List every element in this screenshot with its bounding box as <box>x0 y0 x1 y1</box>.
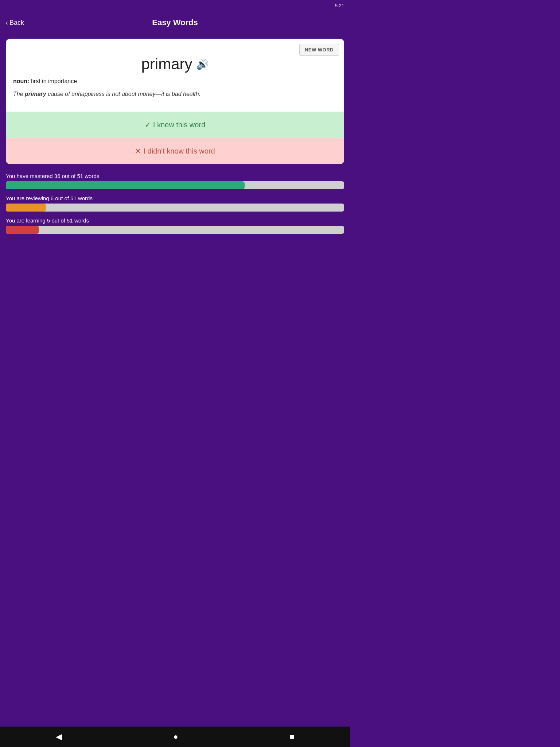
didnt-label: I didn't know this word <box>143 147 215 155</box>
back-button[interactable]: ‹ Back <box>6 19 24 27</box>
card-content: NEW WORD primary 🔊 noun: first in import… <box>6 39 344 112</box>
stats-section: You have mastered 36 out of 51 wordsYou … <box>0 169 350 240</box>
part-of-speech: noun: <box>13 78 29 84</box>
word-display: primary <box>141 55 192 73</box>
word-card: NEW WORD primary 🔊 noun: first in import… <box>6 39 344 164</box>
page-title: Easy Words <box>152 18 198 27</box>
example-text-after: cause of unhappiness is not about money—… <box>46 91 201 97</box>
stat-label-1: You are reviewing 6 out of 51 words <box>6 195 344 201</box>
speaker-icon[interactable]: 🔊 <box>196 58 209 70</box>
word-definition: noun: first in importance <box>13 78 337 85</box>
new-word-button[interactable]: NEW WORD <box>299 44 339 56</box>
status-time: 5:21 <box>335 3 344 8</box>
knew-button[interactable]: ✓ I knew this word <box>6 112 344 138</box>
status-bar: 5:21 <box>0 0 350 11</box>
stat-label-2: You are learning 5 out of 51 words <box>6 217 344 224</box>
word-example: The primary cause of unhappiness is not … <box>13 90 337 98</box>
knew-checkmark-icon: ✓ <box>145 120 151 129</box>
word-header: primary 🔊 <box>13 55 337 73</box>
back-label: Back <box>9 19 24 27</box>
example-text-before: The <box>13 91 25 97</box>
knew-label: I knew this word <box>153 121 205 129</box>
progress-bar-fill-0 <box>6 181 245 189</box>
progress-bar-fill-1 <box>6 204 46 212</box>
definition-text: first in importance <box>29 78 77 84</box>
progress-bar-bg-2 <box>6 226 344 234</box>
header: ‹ Back Easy Words <box>0 11 350 34</box>
stat-row-0: You have mastered 36 out of 51 words <box>6 173 344 189</box>
stat-row-1: You are reviewing 6 out of 51 words <box>6 195 344 212</box>
back-chevron-icon: ‹ <box>6 19 8 27</box>
example-bold-word: primary <box>25 91 46 97</box>
didnt-know-button[interactable]: ✕ I didn't know this word <box>6 138 344 164</box>
progress-bar-fill-2 <box>6 226 39 234</box>
stat-row-2: You are learning 5 out of 51 words <box>6 217 344 234</box>
progress-bar-bg-0 <box>6 181 344 189</box>
stat-label-0: You have mastered 36 out of 51 words <box>6 173 344 179</box>
didnt-x-icon: ✕ <box>135 147 141 155</box>
progress-bar-bg-1 <box>6 204 344 212</box>
